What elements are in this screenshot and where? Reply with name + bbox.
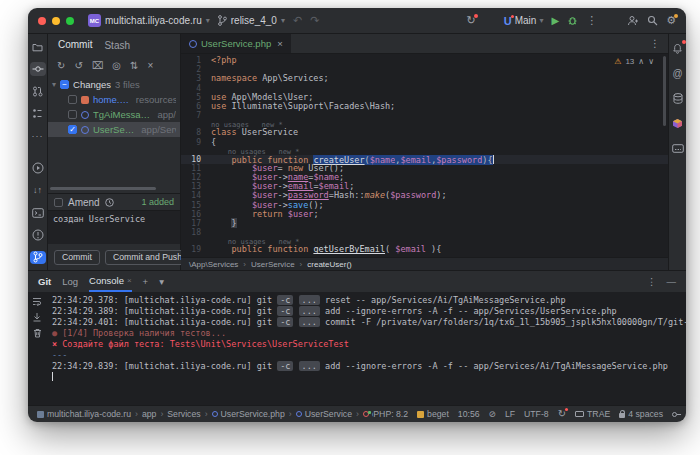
- run-configuration-selector[interactable]: U Main ▾: [504, 15, 544, 27]
- preview-diff-icon[interactable]: ◎: [112, 60, 121, 71]
- code-line[interactable]: 8class UserService: [181, 128, 668, 137]
- status-widget[interactable]: ↻: [558, 409, 566, 419]
- status-widget-utf-8[interactable]: UTF-8: [524, 409, 549, 419]
- git-console-output[interactable]: 22:34:29.378: [multichat.iliya-code.ru] …: [46, 292, 686, 405]
- tab-stash[interactable]: Stash: [104, 40, 130, 51]
- code-line[interactable]: 6use Illuminate\Support\Facades\Hash;: [181, 102, 668, 111]
- editor-tab-userservice[interactable]: UserService.php ×: [181, 34, 291, 53]
- package-plugin-icon[interactable]: [670, 115, 686, 131]
- hide-panel-icon[interactable]: —: [667, 276, 677, 287]
- search-icon[interactable]: [647, 15, 658, 26]
- close-tab-icon[interactable]: ×: [277, 38, 283, 49]
- folded-arg-chip[interactable]: -c: [277, 317, 293, 327]
- more-tools-icon[interactable]: ···: [30, 130, 46, 143]
- code-line[interactable]: 18: [181, 228, 668, 237]
- code-line[interactable]: 1<?php: [181, 56, 668, 65]
- close-console-tab-icon[interactable]: ×: [127, 276, 132, 285]
- clear-trash-icon[interactable]: [33, 328, 42, 338]
- sync-icon[interactable]: ↻: [467, 15, 476, 26]
- refresh-icon[interactable]: ↻: [57, 60, 65, 71]
- expand-collapse-icon[interactable]: ⇅: [130, 60, 138, 71]
- editor-options-icon[interactable]: ⋮: [642, 34, 668, 53]
- notifications-bell-icon[interactable]: [670, 40, 686, 56]
- status-breadcrumb-item[interactable]: UserService: [296, 409, 352, 419]
- status-breadcrumb-item[interactable]: createUser: [363, 409, 373, 419]
- code-line[interactable]: 7: [181, 111, 668, 120]
- file-checkbox[interactable]: [68, 110, 77, 119]
- code-line[interactable]: 16 return $user;: [181, 210, 668, 219]
- folded-arg-chip[interactable]: ...: [299, 317, 320, 327]
- project-tool-icon[interactable]: [30, 40, 46, 53]
- status-breadcrumb-item[interactable]: app: [142, 409, 157, 419]
- scroll-to-end-icon[interactable]: [32, 312, 42, 322]
- status-breadcrumb-item[interactable]: Services: [167, 409, 200, 419]
- branch-widget[interactable]: relise_4_0 ▾: [218, 15, 285, 26]
- status-widget-trae[interactable]: TRAE: [575, 409, 610, 419]
- status-widget-10-56[interactable]: 10:56: [458, 409, 480, 419]
- debug-button[interactable]: [567, 15, 578, 26]
- git-tool-icon[interactable]: [30, 251, 46, 264]
- breadcrumb-namespace[interactable]: \App\Services: [189, 260, 238, 269]
- changes-checkbox[interactable]: −: [60, 80, 69, 89]
- folded-arg-chip[interactable]: ...: [299, 361, 320, 371]
- changed-file-row[interactable]: ✓UserService.phpapp/Services: [48, 122, 180, 137]
- add-user-icon[interactable]: [627, 15, 639, 26]
- ai-assistant-icon[interactable]: @: [670, 65, 686, 81]
- git-panel-options-icon[interactable]: ⋮: [647, 276, 657, 287]
- file-checkbox[interactable]: [68, 95, 77, 104]
- minimize-window-button[interactable]: [52, 17, 60, 25]
- folded-arg-chip[interactable]: -c: [277, 306, 293, 316]
- changed-file-row[interactable]: home.blade.phpresources/views/: [48, 92, 180, 107]
- file-checkbox[interactable]: ✓: [68, 125, 77, 134]
- history-clock-icon[interactable]: [105, 198, 114, 207]
- folded-arg-chip[interactable]: ...: [299, 295, 320, 305]
- shelve-icon[interactable]: ⌧: [92, 60, 104, 71]
- status-widget-beget[interactable]: beget: [417, 409, 449, 419]
- editor-scrollbar[interactable]: [663, 56, 666, 126]
- run-button[interactable]: ▶: [551, 15, 559, 26]
- inspections-widget[interactable]: ⚠ 13 ∧ ∨: [614, 57, 654, 66]
- status-breadcrumb-item[interactable]: UserService.php: [212, 409, 285, 419]
- swap-arrows-icon[interactable]: ↓↑: [30, 183, 46, 196]
- horizontal-scrollbar[interactable]: [50, 187, 156, 190]
- undo-icon[interactable]: ↶: [293, 15, 302, 26]
- next-warning-icon[interactable]: ∨: [648, 57, 654, 66]
- status-widget[interactable]: [672, 412, 677, 417]
- database-tool-icon[interactable]: [670, 90, 686, 106]
- tab-console[interactable]: Console ×: [89, 271, 132, 292]
- new-tab-plus-icon[interactable]: +: [143, 276, 149, 287]
- redo-icon[interactable]: ↷: [310, 15, 319, 26]
- pull-requests-tool-icon[interactable]: [30, 85, 46, 98]
- collapse-all-icon[interactable]: ×: [147, 60, 153, 71]
- breadcrumb-method[interactable]: createUser(): [307, 260, 351, 269]
- status-widget[interactable]: ⊘: [489, 409, 496, 419]
- project-widget[interactable]: MC multichat.iliya-code.ru ▾: [88, 14, 210, 27]
- changed-file-row[interactable]: TgAiMessageService.phpapp/Ser: [48, 107, 180, 122]
- tab-log[interactable]: Log: [62, 271, 78, 292]
- status-widget-4-spaces[interactable]: 4 spaces: [619, 409, 663, 419]
- folded-arg-chip[interactable]: -c: [277, 361, 293, 371]
- status-breadcrumb-item[interactable]: multichat.iliya-code.ru: [37, 409, 131, 419]
- soft-wrap-icon[interactable]: [32, 297, 42, 306]
- code-line[interactable]: 19 public function getUserByEmail( $emai…: [181, 245, 668, 254]
- rollback-icon[interactable]: ↺: [74, 60, 82, 71]
- tabs-dropdown-icon[interactable]: ▾: [159, 276, 164, 287]
- code-line[interactable]: 3namespace App\Services;: [181, 74, 668, 83]
- code-line[interactable]: 9{: [181, 138, 668, 147]
- status-widget-php-8-2[interactable]: PHP: 8.2: [373, 409, 408, 419]
- structure-tool-icon[interactable]: [30, 107, 46, 120]
- more-actions-icon[interactable]: ⋮: [586, 15, 597, 26]
- tab-commit[interactable]: Commit: [58, 39, 92, 52]
- terminal-tool-icon[interactable]: [30, 206, 46, 219]
- maximize-window-button[interactable]: [66, 17, 74, 25]
- close-window-button[interactable]: [38, 17, 46, 25]
- amend-checkbox[interactable]: [54, 198, 63, 207]
- device-card-icon[interactable]: [670, 140, 686, 156]
- code-hint-row[interactable]: no usages new *: [181, 147, 668, 155]
- commit-message-input[interactable]: создан UserService: [48, 210, 180, 244]
- code-editor[interactable]: 1<?php23namespace App\Services;45use App…: [181, 54, 668, 257]
- breadcrumb-class[interactable]: UserService: [251, 260, 295, 269]
- problems-tool-icon[interactable]: [30, 228, 46, 241]
- status-widget-lf[interactable]: LF: [505, 409, 515, 419]
- code-line[interactable]: 17 }: [181, 219, 668, 228]
